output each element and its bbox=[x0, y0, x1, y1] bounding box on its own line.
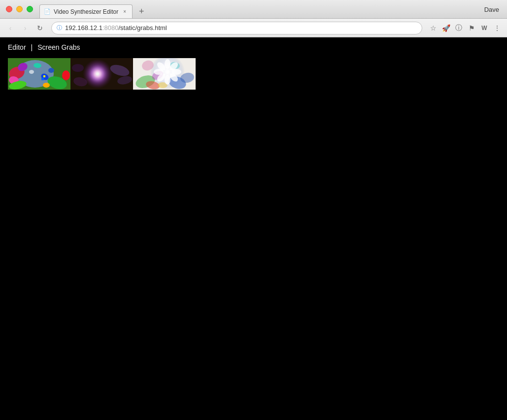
thumb-canvas-1 bbox=[8, 58, 70, 90]
address-text: 192.168.12.1:8080/static/grabs.html bbox=[65, 24, 417, 32]
minimize-button[interactable] bbox=[16, 6, 23, 12]
close-button[interactable] bbox=[6, 6, 12, 12]
page-content: Editor | Screen Grabs bbox=[0, 37, 507, 420]
thumb-canvas-3 bbox=[133, 58, 196, 90]
traffic-lights bbox=[6, 6, 33, 12]
address-bar[interactable]: ⓘ 192.168.12.1:8080/static/grabs.html bbox=[51, 22, 422, 34]
new-tab-button[interactable]: + bbox=[135, 4, 148, 18]
tab-title: Video Synthesizer Editor bbox=[54, 8, 118, 15]
menu-button[interactable]: ⋮ bbox=[491, 22, 503, 34]
address-port: :8080 bbox=[102, 24, 119, 32]
back-button[interactable]: ‹ bbox=[4, 22, 17, 34]
thumb-canvas-2 bbox=[70, 58, 133, 90]
gallery bbox=[8, 58, 499, 90]
star-button[interactable]: ☆ bbox=[427, 22, 439, 34]
tab-close-button[interactable]: × bbox=[121, 8, 128, 15]
gallery-thumb-2[interactable] bbox=[70, 58, 133, 90]
navbar: ‹ › ↻ ⓘ 192.168.12.1:8080/static/grabs.h… bbox=[0, 19, 507, 37]
address-host: 192.168.12.1 bbox=[65, 24, 102, 32]
address-path: /static/grabs.html bbox=[118, 24, 167, 32]
nav-separator: | bbox=[31, 43, 33, 51]
editor-nav-link[interactable]: Editor bbox=[8, 43, 26, 51]
nav-actions: ☆ 🚀 ⓘ ⚑ W ⋮ bbox=[427, 22, 503, 34]
maximize-button[interactable] bbox=[27, 6, 33, 12]
tab-page-icon: 📄 bbox=[44, 8, 51, 15]
extensions-button[interactable]: 🚀 bbox=[440, 22, 452, 34]
wiki-button[interactable]: W bbox=[478, 22, 490, 34]
forward-button[interactable]: › bbox=[19, 22, 32, 34]
os-chrome: 📄 Video Synthesizer Editor × + Dave ‹ › … bbox=[0, 0, 507, 420]
flag-button[interactable]: ⚑ bbox=[466, 22, 477, 34]
browser-tab[interactable]: 📄 Video Synthesizer Editor × bbox=[39, 4, 133, 18]
screen-grabs-nav-label: Screen Grabs bbox=[37, 43, 80, 51]
titlebar: 📄 Video Synthesizer Editor × + Dave bbox=[0, 0, 507, 19]
gallery-thumb-1[interactable] bbox=[8, 58, 70, 90]
info-button[interactable]: ⓘ bbox=[453, 22, 465, 34]
page-nav: Editor | Screen Grabs bbox=[8, 43, 499, 51]
tab-bar: 📄 Video Synthesizer Editor × + bbox=[39, 0, 458, 18]
user-label: Dave bbox=[484, 5, 499, 13]
refresh-button[interactable]: ↻ bbox=[34, 22, 46, 34]
gallery-thumb-3[interactable] bbox=[133, 58, 196, 90]
secure-icon: ⓘ bbox=[57, 24, 62, 32]
